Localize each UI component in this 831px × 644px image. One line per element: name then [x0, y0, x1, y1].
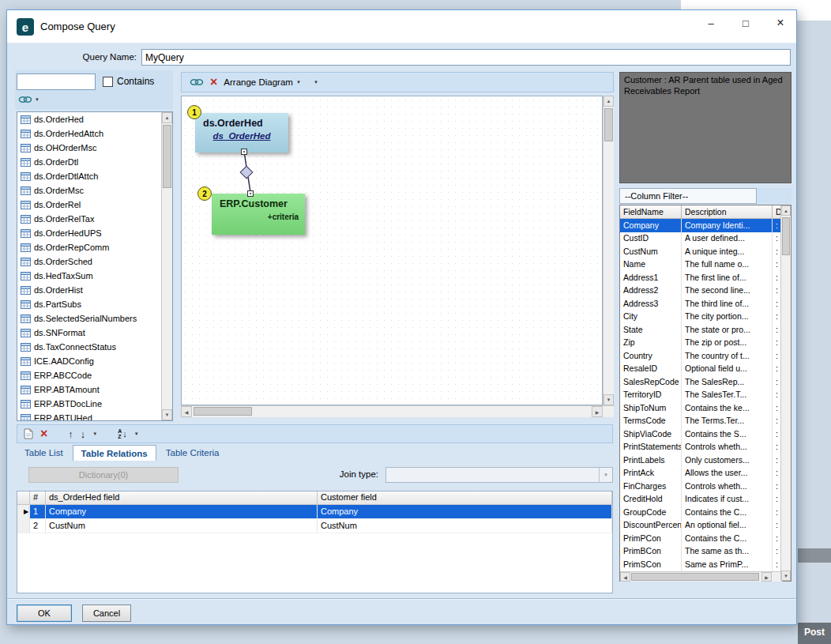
field-row[interactable]: CustID A user defined... : — [620, 232, 782, 246]
field-row[interactable]: ShipViaCode Contains the S... : — [620, 427, 782, 441]
field-row[interactable]: ShipToNum Contains the ke... : — [620, 401, 782, 415]
connector-point[interactable] — [247, 190, 254, 197]
table-list-item[interactable]: ds.OrderMsc — [17, 183, 163, 198]
table-list-item[interactable]: ERP.ABTAmount — [17, 382, 163, 397]
table-list-item[interactable]: ds.PartSubs — [17, 297, 163, 311]
scroll-down-icon[interactable]: ▼ — [781, 571, 791, 581]
sort-az-icon[interactable]: A Z ↓ — [118, 428, 127, 439]
canvas-vertical-scrollbar[interactable]: ▲ ▼ — [603, 96, 614, 405]
field-row[interactable]: CreditHold Indicates if cust... : — [620, 493, 782, 507]
close-button[interactable]: × — [763, 11, 798, 35]
table-list-item[interactable]: ds.OrderRelTax — [17, 212, 163, 226]
dictionary-button[interactable]: Dictionary(0) — [28, 467, 179, 483]
header-num[interactable]: # — [30, 491, 46, 505]
delete-relation-icon[interactable]: × — [40, 427, 47, 440]
titlebar[interactable]: e Compose Query – □ × — [7, 10, 796, 43]
field-row[interactable]: Company Company Identi... : — [620, 219, 782, 232]
table-list-item[interactable]: ds.SNFormat — [17, 326, 163, 340]
field-row[interactable]: SalesRepCode The SalesRep... : — [620, 375, 782, 389]
table-list-item[interactable]: ERP.ABCCode — [17, 368, 163, 382]
field-row[interactable]: TermsCode The Terms.Ter... : — [620, 415, 782, 428]
move-down-icon[interactable]: ↓ — [81, 429, 86, 439]
header-right-field[interactable]: Customer field — [318, 491, 612, 505]
cancel-button[interactable]: Cancel — [82, 604, 131, 622]
table-list-item[interactable]: ds.OrderHed — [17, 112, 163, 126]
field-row[interactable]: Address1 The first line of... : — [620, 271, 782, 284]
table-list-item[interactable]: ds.OHOrderMsc — [17, 141, 163, 155]
header-left-field[interactable]: ds_OrderHed field — [46, 491, 318, 505]
relation-row[interactable]: ▶ 2 CustNum CustNum — [17, 519, 612, 533]
field-row[interactable]: PrintStatements Controls wheth... : — [620, 441, 782, 454]
tab[interactable]: Table List — [17, 445, 71, 461]
table-list-item[interactable]: ds.SelectedSerialNumbers — [17, 311, 163, 326]
table-list-item[interactable]: ds.OrderRel — [17, 198, 163, 212]
diagram-canvas[interactable]: 1 ds.OrderHed ds_OrderHed 2 ERP.Customer… — [181, 96, 603, 405]
arrange-diagram-button[interactable]: Arrange Diagram ▼ — [224, 77, 301, 87]
tab[interactable]: Table Criteria — [158, 445, 227, 461]
field-row[interactable]: PrimSCon Same as PrimP... : — [620, 558, 782, 571]
table-list-scrollbar[interactable]: ▲ ▼ — [161, 112, 172, 420]
field-row[interactable]: PrintLabels Only customers... : — [620, 454, 782, 467]
field-row[interactable]: Country The country of t... : — [620, 349, 782, 363]
field-row[interactable]: PrimPCon Contains the C... : — [620, 532, 782, 545]
scroll-thumb[interactable] — [163, 125, 171, 188]
scroll-thumb[interactable] — [194, 407, 252, 416]
table-list-item[interactable]: ICE.AADConfig — [17, 354, 163, 368]
scroll-left-icon[interactable]: ◀ — [620, 572, 630, 582]
table-list-item[interactable]: ds.OrderHist — [17, 283, 163, 297]
chevron-down-icon[interactable]: ▼ — [92, 431, 97, 436]
chevron-down-icon[interactable]: ▼ — [599, 468, 612, 482]
scroll-thumb[interactable] — [631, 573, 759, 581]
add-relation-button[interactable]: ▼ — [18, 92, 47, 107]
new-document-icon[interactable] — [24, 428, 33, 439]
delete-icon[interactable]: × — [210, 76, 217, 89]
field-row[interactable]: PrintAck Allows the user... : — [620, 467, 782, 480]
field-grid-horizontal-scrollbar[interactable]: ◀ ▶ — [620, 571, 782, 582]
table-list-item[interactable]: ds.OrderDtlAttch — [17, 169, 163, 183]
column-filter-combo[interactable]: --Column Filter-- — [619, 188, 757, 204]
table-list-item[interactable]: ds.OrderSched — [17, 254, 163, 269]
move-up-icon[interactable]: ↑ — [68, 429, 73, 439]
table-list-item[interactable]: ds.OrderHedAttch — [17, 126, 163, 141]
tab[interactable]: Table Relations — [73, 445, 156, 461]
header-fieldname[interactable]: FieldName — [620, 205, 682, 219]
add-relation-button-2[interactable] — [190, 77, 204, 87]
scroll-up-icon[interactable]: ▲ — [604, 96, 614, 107]
join-type-select[interactable]: ▼ — [385, 467, 613, 483]
field-row[interactable]: Address2 The second line... : — [620, 284, 782, 298]
table-list-item[interactable]: ds.OrderRepComm — [17, 240, 163, 254]
scroll-thumb[interactable] — [782, 217, 790, 255]
field-row[interactable]: CustNum A unique integ... : — [620, 245, 782, 258]
field-row[interactable]: Address3 The third line of... : — [620, 297, 782, 311]
field-grid-vertical-scrollbar[interactable]: ▲ ▼ — [780, 205, 791, 581]
scroll-left-icon[interactable]: ◀ — [181, 406, 192, 417]
header-description[interactable]: Description — [682, 205, 773, 219]
field-row[interactable]: Zip The zip or post... : — [620, 337, 782, 350]
field-row[interactable]: City The city portion... : — [620, 311, 782, 324]
minimize-button[interactable]: – — [694, 11, 728, 35]
field-row[interactable]: DiscountPercent An optional fiel... : — [620, 519, 782, 533]
contains-checkbox[interactable] — [103, 77, 113, 87]
field-row[interactable]: ResaleID Optional field u... : — [620, 363, 782, 376]
table-list-item[interactable]: ERP.ABTUHed — [17, 411, 163, 421]
scroll-right-icon[interactable]: ▶ — [761, 572, 772, 582]
scroll-down-icon[interactable]: ▼ — [162, 409, 172, 420]
table-search-input[interactable] — [17, 73, 96, 90]
chevron-down-icon[interactable]: ▼ — [134, 431, 139, 436]
relation-row[interactable]: ▶ 1 Company Company — [17, 505, 612, 519]
maximize-button[interactable]: □ — [728, 11, 763, 35]
ok-button[interactable]: OK — [17, 604, 72, 622]
chevron-down-icon[interactable]: ▼ — [35, 97, 39, 102]
diagram-options-dropdown-icon[interactable]: ▼ — [314, 80, 318, 85]
connector-point[interactable] — [241, 149, 247, 155]
scroll-thumb[interactable] — [604, 108, 613, 141]
scroll-up-icon[interactable]: ▲ — [162, 112, 172, 123]
canvas-horizontal-scrollbar[interactable]: ◀ ▶ — [181, 405, 603, 417]
field-row[interactable]: FinCharges Controls wheth... : — [620, 480, 782, 493]
field-row[interactable]: State The state or pro... : — [620, 323, 782, 337]
field-row[interactable]: TerritoryID The SalesTer.T... : — [620, 389, 782, 402]
table-list-item[interactable]: ds.OrderDtl — [17, 155, 163, 169]
scroll-down-icon[interactable]: ▼ — [604, 394, 614, 405]
table-list-item[interactable]: ds.HedTaxSum — [17, 269, 163, 283]
field-row[interactable]: Name The full name o... : — [620, 258, 782, 272]
